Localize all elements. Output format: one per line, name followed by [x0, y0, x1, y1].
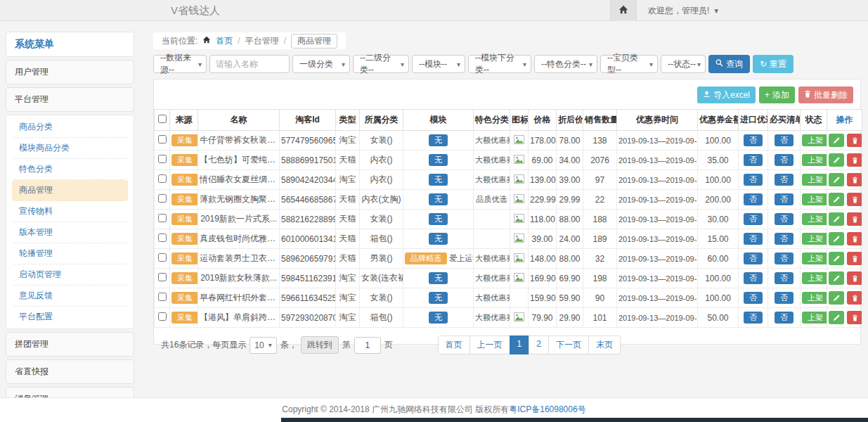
- module-select[interactable]: --模块--▾: [412, 55, 465, 73]
- select-all-checkbox[interactable]: [158, 115, 167, 123]
- must-buy-toggle[interactable]: 否: [775, 272, 793, 284]
- sidebar-item-splash-mgmt[interactable]: 启动页管理: [12, 264, 128, 286]
- jump-button[interactable]: 跳转到: [301, 336, 339, 354]
- import-select-toggle[interactable]: 否: [744, 292, 763, 304]
- module-badge[interactable]: 无: [429, 193, 448, 205]
- import-select-toggle[interactable]: 否: [744, 233, 763, 245]
- row-checkbox[interactable]: [158, 214, 167, 222]
- import-excel-button[interactable]: 导入excel: [697, 87, 756, 103]
- status-toggle[interactable]: 上架: [802, 154, 827, 166]
- status-toggle[interactable]: 上架: [802, 233, 827, 245]
- row-checkbox[interactable]: [158, 293, 167, 301]
- sidebar-item-carousel-mgmt[interactable]: 轮播管理: [12, 243, 128, 264]
- sidebar-item-user-mgmt[interactable]: 用户管理: [6, 60, 134, 84]
- delete-button[interactable]: [847, 291, 862, 305]
- module-badge[interactable]: 无: [429, 174, 448, 186]
- must-buy-toggle[interactable]: 否: [775, 174, 793, 186]
- must-buy-toggle[interactable]: 否: [775, 292, 793, 304]
- status-toggle[interactable]: 上架: [802, 174, 827, 186]
- icp-link[interactable]: 粤ICP备16098006号: [509, 404, 585, 414]
- delete-button[interactable]: [847, 153, 862, 167]
- sidebar-item-group-buy[interactable]: 拼团管理: [6, 332, 134, 357]
- reset-button[interactable]: ↻ 重置: [753, 55, 793, 73]
- category2-select[interactable]: --二级分类--▾: [353, 55, 409, 73]
- module-badge[interactable]: 无: [429, 154, 448, 166]
- home-button[interactable]: [610, 0, 637, 21]
- edit-button[interactable]: [829, 252, 844, 265]
- delete-button[interactable]: [847, 271, 862, 285]
- add-button[interactable]: + 添加: [759, 87, 795, 103]
- delete-button[interactable]: [847, 212, 862, 226]
- status-toggle[interactable]: 上架: [802, 213, 827, 225]
- import-select-toggle[interactable]: 否: [744, 213, 763, 225]
- edit-button[interactable]: [829, 232, 844, 245]
- sidebar-item-express-news[interactable]: 省直快报: [6, 359, 134, 384]
- must-buy-toggle[interactable]: 否: [775, 252, 793, 264]
- row-checkbox[interactable]: [158, 194, 167, 203]
- name-search-input[interactable]: [209, 55, 290, 73]
- edit-button[interactable]: [829, 173, 844, 186]
- sidebar-item-promo-material[interactable]: 宣传物料: [12, 201, 128, 222]
- edit-button[interactable]: [829, 291, 844, 305]
- module-badge[interactable]: 无: [429, 213, 448, 225]
- delete-button[interactable]: [847, 232, 862, 245]
- row-checkbox[interactable]: [158, 174, 167, 183]
- pager-next[interactable]: 下一页: [548, 335, 589, 354]
- breadcrumb-home-link[interactable]: 首页: [216, 35, 233, 47]
- data-source-select[interactable]: --数据来源--▾: [153, 55, 207, 73]
- user-menu[interactable]: 欢迎您，管理员! ▼: [637, 5, 720, 17]
- pager-last[interactable]: 末页: [588, 335, 621, 354]
- import-select-toggle[interactable]: 否: [744, 272, 763, 284]
- delete-button[interactable]: [847, 173, 862, 186]
- edit-button[interactable]: [829, 193, 844, 206]
- module-badge[interactable]: 品牌精选: [405, 252, 447, 264]
- sidebar-item-feedback[interactable]: 意见反馈: [12, 286, 128, 307]
- search-button[interactable]: 查询: [708, 55, 750, 73]
- import-select-toggle[interactable]: 否: [744, 134, 763, 146]
- status-toggle[interactable]: 上架: [802, 292, 827, 304]
- import-select-toggle[interactable]: 否: [744, 193, 763, 205]
- edit-button[interactable]: [829, 212, 844, 226]
- batch-delete-button[interactable]: 批量删除: [798, 87, 853, 103]
- module-badge[interactable]: 无: [429, 292, 448, 304]
- must-buy-toggle[interactable]: 否: [775, 312, 793, 324]
- status-toggle[interactable]: 上架: [802, 252, 827, 264]
- per-page-select[interactable]: 10 ▾: [250, 337, 276, 354]
- row-checkbox[interactable]: [158, 253, 167, 262]
- must-buy-toggle[interactable]: 否: [775, 154, 793, 166]
- row-checkbox[interactable]: [158, 135, 167, 143]
- sidebar-item-feature-category[interactable]: 特色分类: [12, 159, 128, 180]
- sidebar-item-version-mgmt[interactable]: 版本管理: [12, 222, 128, 243]
- must-buy-toggle[interactable]: 否: [775, 193, 793, 205]
- delete-button[interactable]: [847, 252, 862, 265]
- module-badge[interactable]: 无: [429, 233, 448, 245]
- delete-button[interactable]: [847, 311, 862, 324]
- edit-button[interactable]: [829, 153, 844, 167]
- module-badge[interactable]: 无: [429, 272, 448, 284]
- import-select-toggle[interactable]: 否: [744, 154, 763, 166]
- item-type-select[interactable]: --宝贝类型--▾: [600, 55, 658, 73]
- module-sub-select[interactable]: --模块下分类--▾: [468, 55, 531, 73]
- row-checkbox[interactable]: [158, 234, 167, 242]
- pager-prev[interactable]: 上一页: [469, 335, 510, 354]
- row-checkbox[interactable]: [158, 312, 167, 321]
- page-number-input[interactable]: [354, 337, 381, 354]
- import-select-toggle[interactable]: 否: [744, 174, 763, 186]
- edit-button[interactable]: [829, 134, 844, 147]
- status-select[interactable]: --状态--▾: [661, 55, 706, 73]
- module-badge[interactable]: 无: [429, 312, 448, 324]
- edit-button[interactable]: [829, 271, 844, 285]
- pager-first[interactable]: 首页: [438, 335, 470, 354]
- delete-button[interactable]: [847, 193, 862, 206]
- must-buy-toggle[interactable]: 否: [775, 213, 793, 225]
- sidebar-item-module-goods-category[interactable]: 模块商品分类: [12, 138, 128, 159]
- category1-select[interactable]: 一级分类▾: [292, 55, 350, 73]
- edit-button[interactable]: [829, 311, 844, 324]
- status-toggle[interactable]: 上架: [802, 193, 827, 205]
- sidebar-item-platform-mgmt[interactable]: 平台管理: [6, 87, 134, 112]
- sidebar-item-platform-config[interactable]: 平台配置: [12, 307, 128, 327]
- module-badge[interactable]: 无: [429, 134, 448, 146]
- pager-page-2[interactable]: 2: [529, 335, 549, 354]
- delete-button[interactable]: [847, 134, 862, 147]
- row-checkbox[interactable]: [158, 155, 167, 163]
